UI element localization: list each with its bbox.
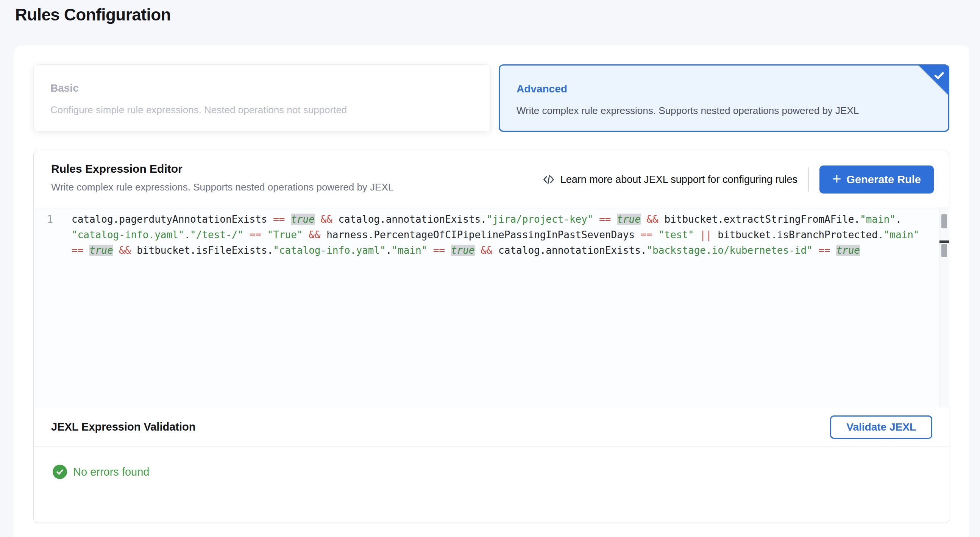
plus-icon: +: [832, 171, 841, 188]
success-check-icon: [52, 465, 67, 479]
header-divider: [808, 167, 809, 192]
scrollbar-mark: [941, 244, 947, 257]
code-line[interactable]: catalog.pagerdutyAnnotationExists == tru…: [72, 212, 938, 227]
code-icon: [542, 173, 555, 186]
editor-scrollbar[interactable]: [939, 207, 949, 408]
check-icon: [932, 69, 946, 82]
generate-rule-label: Generate Rule: [846, 174, 921, 186]
advanced-card-description: Write complex rule expressions. Supports…: [517, 105, 932, 116]
line-number: 1: [34, 212, 66, 227]
code-editor[interactable]: 1 catalog.pagerdutyAnnotationExists == t…: [34, 207, 949, 408]
code-content[interactable]: catalog.pagerdutyAnnotationExists == tru…: [72, 212, 938, 258]
advanced-card-title: Advanced: [517, 83, 932, 95]
mode-card-advanced[interactable]: Advanced Write complex rule expressions.…: [499, 64, 949, 132]
basic-card-description: Configure simple rule expressions. Neste…: [50, 104, 474, 116]
jexl-validation-row: JEXL Expression Validation Validate JEXL: [34, 408, 949, 447]
code-line[interactable]: == true && bitbucket.isFileExists."catal…: [72, 243, 938, 258]
editor-title: Rules Expression Editor: [51, 163, 183, 175]
jexl-validation-title: JEXL Expression Validation: [51, 421, 196, 433]
validation-status-text: No errors found: [73, 466, 150, 478]
validation-status: No errors found: [52, 465, 150, 479]
learn-more-label: Learn more about JEXL support for config…: [560, 174, 797, 186]
mode-card-basic[interactable]: Basic Configure simple rule expressions.…: [33, 64, 491, 132]
editor-header: Rules Expression Editor Write complex ru…: [34, 151, 949, 207]
code-line[interactable]: "catalog-info.yaml"."/test-/" == "True" …: [72, 227, 938, 243]
basic-card-title: Basic: [50, 82, 474, 94]
line-number-gutter: 1: [34, 212, 66, 227]
main-panel: Basic Configure simple rule expressions.…: [14, 45, 969, 537]
editor-header-controls: Learn more about JEXL support for config…: [542, 166, 934, 193]
rules-configuration-page: Rules Configuration Basic Configure simp…: [0, 0, 980, 537]
generate-rule-button[interactable]: + Generate Rule: [819, 166, 934, 193]
learn-more-jexl-link[interactable]: Learn more about JEXL support for config…: [542, 173, 797, 186]
scrollbar-cursor-tick: [939, 241, 949, 243]
page-title: Rules Configuration: [15, 5, 171, 24]
scrollbar-mark: [941, 214, 947, 228]
editor-subtitle: Write complex rule expressions. Supports…: [51, 182, 393, 193]
validate-jexl-button[interactable]: Validate JEXL: [830, 416, 932, 439]
rules-expression-editor-card: Rules Expression Editor Write complex ru…: [33, 151, 949, 523]
